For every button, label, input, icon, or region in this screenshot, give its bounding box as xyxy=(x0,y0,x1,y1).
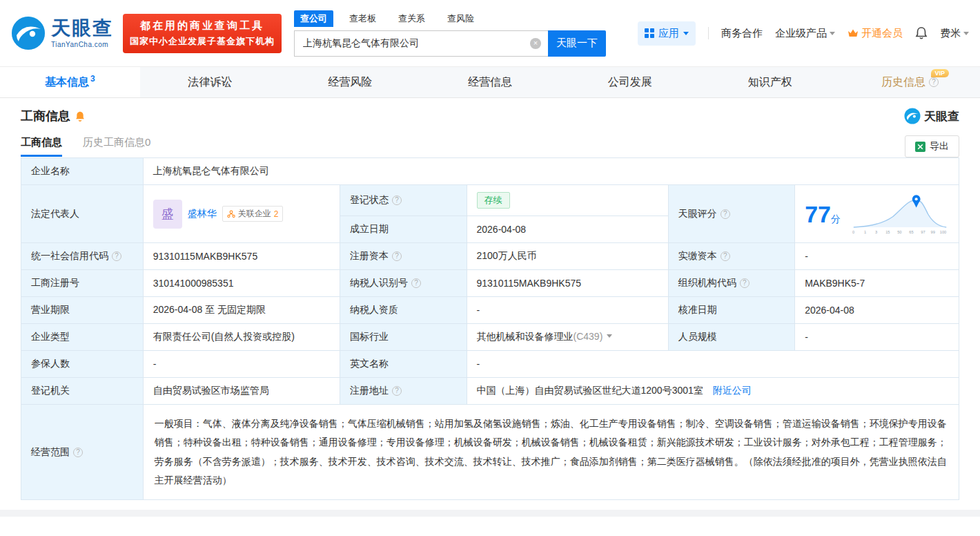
english-name-label: 英文名称 xyxy=(340,351,467,378)
svg-text:65: 65 xyxy=(909,230,913,234)
taxpayer-quality-label: 纳税人资质 xyxy=(340,297,467,324)
tianyancha-logo-icon xyxy=(904,108,921,124)
help-icon[interactable] xyxy=(411,278,421,288)
chevron-down-icon[interactable] xyxy=(607,334,612,341)
help-icon[interactable] xyxy=(392,195,402,205)
search-tab-boss[interactable]: 查老板 xyxy=(343,10,382,27)
grid-icon xyxy=(645,28,654,38)
business-term-value: 2026-04-08 至 无固定期限 xyxy=(143,297,340,324)
header: 天眼查 TianYanCha.com 都在用的商业查询工具 国家中小企业发展子基… xyxy=(0,0,980,66)
legal-rep-name-link[interactable]: 盛林华 xyxy=(188,208,217,220)
tab-basic-info[interactable]: 基本信息 3 xyxy=(0,67,140,97)
subscribe-bell-icon[interactable] xyxy=(75,111,86,122)
taxpayer-id-label: 纳税人识别号 xyxy=(340,270,467,297)
company-name-label: 企业名称 xyxy=(21,158,144,185)
table-row: 法定代表人 盛 盛林华 关联企业 xyxy=(21,185,959,216)
related-company-tag[interactable]: 关联企业 2 xyxy=(222,206,284,222)
reg-authority-value: 自由贸易试验区市场监管局 xyxy=(143,378,340,405)
main-content: 工商信息 天眼查 工商信息 历史工商信息0 导出 xyxy=(0,98,980,500)
table-row: 统一社会信用代码 91310115MAKB9HK575 注册资本 2100万人民… xyxy=(21,243,959,270)
table-row: 营业期限 2026-04-08 至 无固定期限 纳税人资质 - 核准日期 202… xyxy=(21,297,959,324)
nearby-companies-link[interactable]: 附近公司 xyxy=(713,385,752,396)
reg-authority-label: 登记机关 xyxy=(21,378,144,405)
score-number: 77 xyxy=(805,201,831,227)
svg-text:15: 15 xyxy=(885,230,890,234)
legal-rep-value: 盛 盛林华 关联企业 2 xyxy=(143,185,340,243)
established-value: 2026-04-08 xyxy=(467,216,668,243)
subtab-business-info[interactable]: 工商信息 xyxy=(21,136,62,157)
industry-value: 其他机械和设备修理业(C439) xyxy=(467,324,668,351)
staff-size-label: 人员规模 xyxy=(668,324,794,351)
tab-intellectual-property[interactable]: 知识产权 xyxy=(700,67,840,97)
apps-button[interactable]: 应用 xyxy=(638,21,696,46)
section-title: 工商信息 xyxy=(21,108,70,124)
help-icon[interactable] xyxy=(392,386,402,396)
tab-operation-info[interactable]: 经营信息 xyxy=(420,67,560,97)
subtab-history-business-info[interactable]: 历史工商信息0 xyxy=(83,136,150,157)
paid-capital-label: 实缴资本 xyxy=(668,243,794,270)
crown-icon xyxy=(847,28,859,38)
help-icon[interactable] xyxy=(721,209,730,219)
reg-number-value: 310141000985351 xyxy=(143,270,340,297)
header-nav: 应用 商务合作 企业级产品 开通会员 费米 xyxy=(638,21,969,46)
export-button[interactable]: 导出 xyxy=(905,135,959,157)
search-area: 查公司 查老板 查关系 查风险 天眼一下 xyxy=(294,10,606,57)
help-icon[interactable] xyxy=(721,251,730,261)
svg-text:97: 97 xyxy=(921,230,925,234)
search-tab-risk[interactable]: 查风险 xyxy=(441,10,480,27)
reg-capital-label: 注册资本 xyxy=(340,243,467,270)
score-value: 77分 0 1 3 15 50 xyxy=(795,185,959,243)
business-scope-value: 一般项目：气体、液体分离及纯净设备销售；气体压缩机械销售；站用加氢及储氢设施销售… xyxy=(143,405,959,500)
logo-text-cn: 天眼查 xyxy=(51,19,113,38)
svg-text:100: 100 xyxy=(940,230,946,234)
enterprise-product-link[interactable]: 企业级产品 xyxy=(775,27,835,40)
reg-address-value: 中国（上海）自由贸易试验区世纪大道1200号3001室 附近公司 xyxy=(467,378,959,405)
insured-count-value: - xyxy=(143,351,340,378)
table-row: 参保人数 - 英文名称 - xyxy=(21,351,959,378)
score-label: 天眼评分 xyxy=(668,185,794,243)
business-scope-label: 经营范围 xyxy=(21,405,144,500)
reg-capital-value: 2100万人民币 xyxy=(467,243,668,270)
company-name-value: 上海杭氧昆仑气体有限公司 xyxy=(143,158,959,185)
business-coop-link[interactable]: 商务合作 xyxy=(721,27,763,40)
clear-search-icon[interactable] xyxy=(530,38,541,49)
notification-bell-icon[interactable] xyxy=(915,26,928,40)
reg-status-value: 存续 xyxy=(467,185,668,216)
svg-text:99: 99 xyxy=(930,230,934,234)
search-tab-relation[interactable]: 查关系 xyxy=(392,10,431,27)
search-input[interactable] xyxy=(295,31,548,56)
help-icon[interactable] xyxy=(392,251,402,261)
help-icon[interactable] xyxy=(73,448,83,457)
chevron-down-icon xyxy=(683,32,689,38)
insured-count-label: 参保人数 xyxy=(21,351,144,378)
tianyancha-logo[interactable]: 天眼查 TianYanCha.com xyxy=(11,16,113,50)
promo-banner: 都在用的商业查询工具 国家中小企业发展子基金旗下机构 xyxy=(123,14,282,53)
legal-rep-avatar[interactable]: 盛 xyxy=(153,200,182,229)
tab-history-info[interactable]: 历史信息 VIP xyxy=(840,67,980,97)
subtab-count: 0 xyxy=(145,136,150,148)
search-button[interactable]: 天眼一下 xyxy=(548,30,606,57)
staff-size-value: - xyxy=(795,324,959,351)
username: 费米 xyxy=(940,27,961,40)
search-tab-company[interactable]: 查公司 xyxy=(294,10,333,27)
help-icon[interactable] xyxy=(929,77,939,87)
relation-graph-icon xyxy=(227,210,235,218)
company-type-value: 有限责任公司(自然人投资或控股) xyxy=(143,324,340,351)
help-icon[interactable] xyxy=(112,251,121,261)
chevron-down-icon xyxy=(963,32,969,38)
established-label: 成立日期 xyxy=(340,216,467,243)
user-menu[interactable]: 费米 xyxy=(940,27,969,40)
open-vip-link[interactable]: 开通会员 xyxy=(847,27,903,40)
taxpayer-id-value: 91310115MAKB9HK575 xyxy=(467,270,668,297)
help-icon[interactable] xyxy=(740,278,749,288)
table-row: 工商注册号 310141000985351 纳税人识别号 91310115MAK… xyxy=(21,270,959,297)
table-row: 企业类型 有限责任公司(自然人投资或控股) 国标行业 其他机械和设备修理业(C4… xyxy=(21,324,959,351)
tab-legal-litigation[interactable]: 法律诉讼 xyxy=(140,67,280,97)
tab-operation-risk[interactable]: 经营风险 xyxy=(280,67,420,97)
english-name-value: - xyxy=(467,351,959,378)
org-code-label: 组织机构代码 xyxy=(668,270,794,297)
svg-text:3: 3 xyxy=(875,230,877,234)
tianyancha-logo-icon xyxy=(11,16,46,50)
tab-company-development[interactable]: 公司发展 xyxy=(560,67,700,97)
page-bottom-strip xyxy=(0,510,980,517)
